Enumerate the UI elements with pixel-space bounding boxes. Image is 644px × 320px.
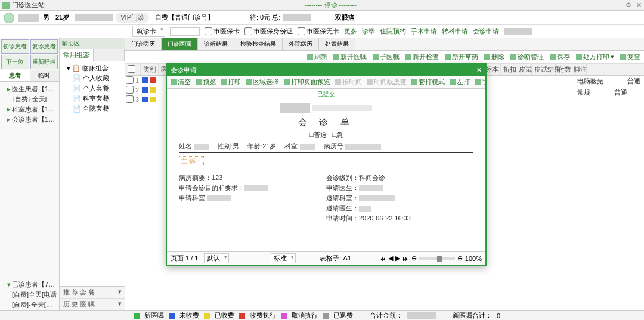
tab-proc[interactable]: 处置结果 xyxy=(319,38,355,50)
legend-swatch xyxy=(323,313,329,319)
aux-item[interactable]: 📄 个人套餐 xyxy=(62,83,122,94)
dialog-toolbar: 清空 预览 打印 区域选择 打印页面预览 按时间 时间线反查 套打模式 左打 手… xyxy=(167,76,485,89)
patient-tree: ▸医生患者【1人】 [自费]-全天[ ▸科室患者【1人】 ▸会诊患者【1人】 ▾… xyxy=(0,82,59,310)
mt-region[interactable]: 区域选择 xyxy=(246,77,279,86)
tab-diag[interactable]: 诊断结果 xyxy=(198,38,234,50)
tb-new-order[interactable]: 新开医嘱 xyxy=(333,52,367,61)
gray-field-2 xyxy=(283,14,311,21)
tb-new-herb[interactable]: 新开草药 xyxy=(445,52,478,61)
cell-indicator: 表格子: A1 xyxy=(320,254,351,263)
appt-link[interactable]: 住院预约 xyxy=(380,27,406,36)
tb-review[interactable]: 复查 xyxy=(620,52,640,61)
tab-record[interactable]: 门诊病历 xyxy=(125,38,162,50)
chk-urgent[interactable]: □急 xyxy=(332,131,343,138)
mt-by-time: 按时间 xyxy=(335,77,362,86)
filter-bar: 就诊卡 市医保卡 市医保身份证 市医保无卡 更多 诊毕 住院预约 手术申请 转科… xyxy=(0,25,644,38)
transfer-link[interactable]: 转科申请 xyxy=(442,27,468,36)
mt-left-print[interactable]: 左打 xyxy=(450,77,470,86)
card-combo[interactable]: 就诊卡 xyxy=(132,26,165,37)
aux-tab-common[interactable]: 常用组套 xyxy=(60,49,94,61)
tab-order[interactable]: 门诊医嘱 xyxy=(162,38,198,50)
chk-idcard[interactable]: 市医保身份证 xyxy=(244,27,293,36)
more-link[interactable]: 更多 xyxy=(344,27,357,36)
mt-overlay[interactable]: 套打模式 xyxy=(411,77,445,86)
aux-root[interactable]: ▾ 📋 临床组套 xyxy=(62,63,122,73)
chk-normal[interactable]: □普通 xyxy=(309,131,327,138)
aux-item[interactable]: 📄 全院套餐 xyxy=(62,104,122,114)
stop-label: -------- 停诊 -------- xyxy=(305,1,357,10)
mt-unlock-manual[interactable]: 手工解锁 xyxy=(475,77,485,86)
legend-swatch xyxy=(134,313,140,319)
tree-leaf[interactable]: [自费]-全天[电话 xyxy=(1,300,58,310)
settings-icon[interactable]: ⚙ xyxy=(626,1,631,9)
tb-sub-order[interactable]: 子医嘱 xyxy=(373,52,400,61)
tb-save[interactable]: 保存 xyxy=(550,52,570,61)
tree-tab-patient[interactable]: 患者 xyxy=(0,70,30,81)
card-input[interactable] xyxy=(170,27,200,36)
chief-complaint[interactable]: 主 诉： xyxy=(179,156,473,166)
tree-node[interactable]: ▸医生患者【1人】 xyxy=(1,84,58,94)
surgery-link[interactable]: 手术申请 xyxy=(411,27,437,36)
tree-node[interactable]: [自费]-全天[ xyxy=(1,94,58,104)
close-icon[interactable]: ✕ xyxy=(636,1,642,9)
mt-page-preview[interactable]: 打印页面预览 xyxy=(284,77,330,86)
aux-panel: 辅助区 常用组套 ▾ 📋 临床组套 📄 个人收藏 📄 个人套餐 📄 科室套餐 📄… xyxy=(60,38,125,310)
std-select[interactable]: 标准 xyxy=(271,253,296,263)
default-select[interactable]: 默认 xyxy=(204,253,229,263)
zoom-slider[interactable] xyxy=(419,257,455,260)
grid-right-values: 电脑验光普通 常规普通 xyxy=(577,77,640,100)
diagnosis: 双眼痛 xyxy=(335,13,355,22)
zoom-nav-last[interactable]: ⏭ xyxy=(402,255,409,262)
patient-gender: 男 xyxy=(43,13,49,22)
tree-leaf[interactable]: [自费]全天[电话 xyxy=(1,290,58,300)
zoom-nav-first[interactable]: ⏮ xyxy=(379,255,386,262)
balance: 待: 0元 总: xyxy=(250,13,280,22)
consult-link[interactable]: 会诊申请 xyxy=(473,27,499,36)
tab-ext[interactable]: 外院病历 xyxy=(283,38,319,50)
gray-field-3 xyxy=(504,28,532,35)
tab-recommend[interactable]: 推 荐 套 餐▾ xyxy=(60,287,125,299)
tree-node[interactable]: ▸科室患者【1人】 xyxy=(1,104,58,114)
zoom-in[interactable]: ⊕ xyxy=(457,254,463,262)
tb-delete[interactable]: 删除 xyxy=(484,52,504,61)
tree-tab-temp[interactable]: 临时 xyxy=(30,70,60,81)
tb-print-rx[interactable]: 处方打印▾ xyxy=(576,52,614,61)
mt-print[interactable]: 打印 xyxy=(221,77,241,86)
mt-preview[interactable]: 预览 xyxy=(196,77,216,86)
consult-dialog: 会诊申请 ✕ 清空 预览 打印 区域选择 打印页面预览 按时间 时间线反查 套打… xyxy=(166,63,487,266)
mt-clear[interactable]: 清空 xyxy=(171,77,191,86)
aux-tab-2[interactable] xyxy=(94,49,125,61)
dialog-titlebar: 会诊申请 ✕ xyxy=(167,64,485,76)
tb-diag-mgr[interactable]: 诊断管理 xyxy=(510,52,544,61)
tree-node[interactable]: ▸会诊患者【1人】 xyxy=(1,114,58,125)
aux-item[interactable]: 📄 科室套餐 xyxy=(62,94,122,104)
zoom-out[interactable]: ⊖ xyxy=(411,254,417,262)
zoom-nav-prev[interactable]: ◀ xyxy=(388,254,393,262)
btn-return-patient[interactable]: 复诊患者 xyxy=(30,39,58,54)
tab-lab[interactable]: 检验检查结果 xyxy=(234,38,283,50)
statusbar: 新医嘱 未收费 已收费 收费执行 取消执行 已退费 合计金额： 新医嘱合计： 0 xyxy=(0,310,644,320)
tb-refresh[interactable]: 刷新 xyxy=(307,52,327,61)
btn-next[interactable]: 下一位 xyxy=(1,55,29,69)
legend-swatch xyxy=(169,313,175,319)
count-label: 新医嘱合计： xyxy=(453,311,492,320)
gray-field xyxy=(75,14,113,21)
count-value: 0 xyxy=(497,312,500,319)
tab-history[interactable]: 历 史 医 嘱▾ xyxy=(60,299,125,310)
close-icon[interactable]: ✕ xyxy=(476,66,482,74)
window-buttons: ⚙ ✕ xyxy=(626,1,642,9)
visit-done[interactable]: 诊毕 xyxy=(362,27,375,36)
mt-timeline: 时间线反查 xyxy=(367,77,407,86)
patient-bar: 男 21岁 VIP门诊 自费【普通门诊号】 待: 0元 总: 双眼痛 xyxy=(0,11,644,25)
form-title: 会 诊 单 xyxy=(179,117,473,128)
btn-new-patient[interactable]: 初诊患者 xyxy=(1,39,29,54)
aux-tree: ▾ 📋 临床组套 📄 个人收藏 📄 个人套餐 📄 科室套餐 📄 全院套餐 xyxy=(60,61,125,116)
tree-node[interactable]: ▾已诊患者【7人】 xyxy=(1,279,58,290)
btn-recall[interactable]: 重新呼叫 xyxy=(30,55,58,69)
tb-new-exam[interactable]: 新开检查 xyxy=(405,52,439,61)
chk-card[interactable]: 市医保卡 xyxy=(205,27,240,36)
aux-item[interactable]: 📄 个人收藏 xyxy=(62,73,122,83)
chk-nocard[interactable]: 市医保无卡 xyxy=(298,27,339,36)
avatar xyxy=(4,13,14,23)
zoom-nav-next[interactable]: ▶ xyxy=(395,254,400,262)
